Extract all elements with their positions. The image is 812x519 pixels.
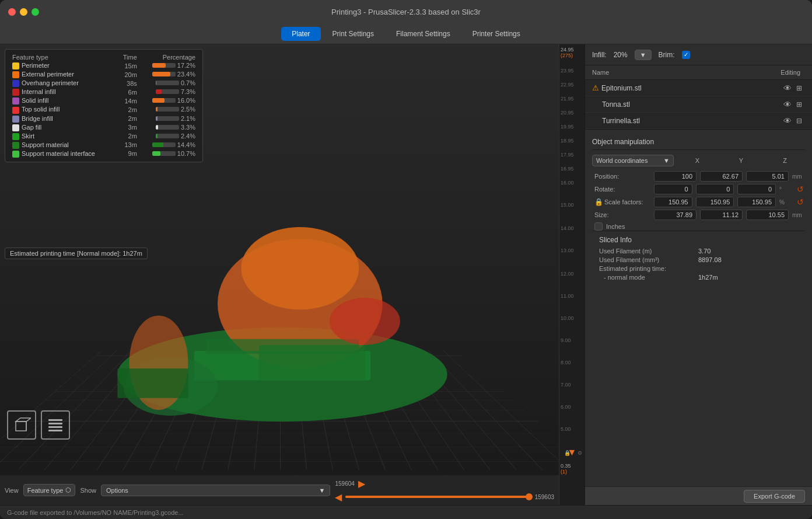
object-row-2[interactable]: Tonna.stl 👁 ⊞: [585, 96, 812, 113]
close-button[interactable]: [8, 8, 16, 16]
brim-label: Brim:: [659, 51, 675, 59]
object-name-1: Epitonium.stl: [601, 84, 782, 92]
infill-label: Infill:: [592, 51, 607, 59]
scale-label: 🔒 Scale factors:: [592, 198, 650, 206]
svg-point-7: [330, 298, 400, 345]
scale-x-input[interactable]: [654, 197, 692, 207]
view-type-dropdown[interactable]: Feature type ⬡: [23, 484, 76, 496]
axis-y-label: Y: [721, 157, 761, 164]
edit-icon-1[interactable]: ⊞: [793, 82, 805, 94]
visibility-icon-1[interactable]: 👁: [782, 82, 793, 94]
slider-track[interactable]: [345, 496, 531, 498]
layers-view-icon[interactable]: [41, 410, 70, 440]
size-z-input[interactable]: [746, 210, 789, 220]
used-filament-mm3-val: 8897.08: [698, 256, 722, 263]
rotate-x-input[interactable]: [654, 184, 692, 194]
coord-mode-dropdown[interactable]: World coordinates ▼: [592, 155, 674, 166]
position-x-input[interactable]: [654, 171, 696, 182]
used-filament-m-label: Used Filament (m): [599, 248, 698, 255]
size-label: Size:: [592, 211, 650, 218]
window-title: Printing3 - PrusaSlicer-2.3.3 based on S…: [331, 8, 481, 16]
rotate-y-input[interactable]: [696, 184, 734, 194]
stats-row: Gap fill 3m 3.3%: [10, 123, 198, 132]
object-row-1[interactable]: ⚠ Epitonium.stl 👁 ⊞: [585, 80, 812, 96]
used-filament-mm3-row: Used Filament (mm³) 8897.08: [599, 256, 798, 263]
position-label: Position:: [592, 173, 650, 180]
app-window: Printing3 - PrusaSlicer-2.3.3 based on S…: [0, 0, 812, 519]
visibility-icon-3[interactable]: 👁: [782, 115, 793, 127]
inches-checkbox[interactable]: [594, 222, 603, 231]
minimize-button[interactable]: [20, 8, 27, 16]
cube-view-icon[interactable]: [7, 410, 36, 440]
rotate-z-input[interactable]: [737, 184, 776, 194]
toolbar: Plater Print Settings Filament Settings …: [0, 23, 812, 44]
axis-x-label: X: [677, 157, 718, 164]
visibility-icon-2[interactable]: 👁: [782, 99, 793, 110]
svg-rect-14: [48, 423, 62, 424]
rotate-label: Rotate:: [592, 186, 650, 193]
edit-icon-2[interactable]: ⊞: [793, 99, 805, 110]
traffic-lights: [8, 8, 39, 16]
infill-dropdown[interactable]: ▼: [635, 50, 652, 60]
sliced-title: Sliced Info: [599, 236, 798, 244]
warning-icon-1: ⚠: [592, 83, 599, 92]
stats-row: Skirt 2m 2.4%: [10, 132, 198, 141]
col-feature-type: Feature type: [10, 53, 117, 61]
tab-print-settings[interactable]: Print Settings: [322, 27, 384, 41]
stats-overlay: Feature type Time Percentage Perimeter 1…: [5, 49, 203, 162]
size-y-input[interactable]: [700, 210, 743, 220]
est-print-time-label: Estimated printing time:: [599, 265, 698, 272]
maximize-button[interactable]: [32, 8, 39, 16]
lock-icon-ruler[interactable]: 🔒: [564, 450, 570, 456]
bottom-slider-row: ◀ 159603: [335, 492, 554, 503]
viewport-container: Feature type Time Percentage Perimeter 1…: [0, 44, 559, 505]
inches-label: Inches: [606, 223, 625, 230]
scale-y-input[interactable]: [696, 197, 734, 207]
brim-checkbox[interactable]: [682, 51, 690, 59]
objects-col-editing: Editing: [780, 69, 800, 76]
svg-rect-13: [48, 419, 62, 421]
position-y-input[interactable]: [700, 171, 743, 182]
rotate-reset-button[interactable]: ↺: [796, 184, 805, 194]
print-time-estimate: Estimated printing time [Normal mode]: 1…: [5, 248, 148, 259]
rotate-unit: °: [779, 186, 792, 193]
objects-col-name: Name: [592, 69, 780, 76]
right-panel: Infill: 20% ▼ Brim: Name Editing ⚠ Epito…: [584, 44, 812, 505]
size-unit: mm: [792, 212, 805, 218]
size-row: Size: mm: [592, 210, 805, 220]
tab-printer-settings[interactable]: Printer Settings: [462, 27, 531, 41]
size-x-input[interactable]: [654, 210, 696, 220]
slider-max-val: 159604: [335, 480, 354, 487]
status-bar: G-code file exported to /Volumes/NO NAME…: [0, 505, 812, 519]
slider-min-val: 159603: [535, 494, 554, 500]
slider-right-arrow[interactable]: ▶: [358, 478, 365, 489]
svg-point-2: [241, 227, 359, 309]
object-row-3[interactable]: Turrinella.stl 👁 ⊟: [585, 113, 812, 129]
axis-z-label: Z: [765, 157, 805, 164]
show-dropdown[interactable]: Options ▼: [101, 485, 331, 496]
scale-reset-button[interactable]: ↺: [796, 197, 805, 207]
edit-icon-3[interactable]: ⊟: [793, 115, 805, 127]
tab-filament-settings[interactable]: Filament Settings: [386, 27, 461, 41]
settings-icon-ruler[interactable]: ⚙: [578, 450, 582, 456]
ruler-right: 24.95(275) 23.95 22.95 21.95 20.95 19.95…: [559, 44, 584, 505]
scale-row: 🔒 Scale factors: % ↺: [592, 197, 805, 207]
layer-slider-container: 159604 ▶ ◀ 159603: [335, 478, 554, 503]
used-filament-m-row: Used Filament (m) 3.70: [599, 248, 798, 255]
scale-unit: %: [779, 199, 792, 205]
position-z-input[interactable]: [746, 171, 789, 182]
tab-plater[interactable]: Plater: [281, 27, 320, 41]
object-list: ⚠ Epitonium.stl 👁 ⊞ Tonna.stl 👁 ⊞ Turrin…: [585, 80, 812, 130]
normal-mode-val: 1h27m: [698, 274, 718, 281]
ruler-bottom: 0.35(1): [561, 463, 571, 475]
stats-row: Top solid infill 2m 2.5%: [10, 105, 198, 114]
export-gcode-button[interactable]: Export G-code: [744, 490, 805, 503]
stats-row: Solid infill 14m 16.0%: [10, 96, 198, 105]
used-filament-m-val: 3.70: [698, 248, 710, 255]
show-label: Show: [80, 487, 96, 494]
inches-row: Inches: [592, 222, 805, 231]
sliced-info-section: Sliced Info Used Filament (m) 3.70 Used …: [592, 231, 805, 287]
scale-z-input[interactable]: [737, 197, 776, 207]
viewport-3d[interactable]: Feature type Time Percentage Perimeter 1…: [0, 44, 559, 475]
slider-left-arrow[interactable]: ◀: [335, 492, 342, 503]
